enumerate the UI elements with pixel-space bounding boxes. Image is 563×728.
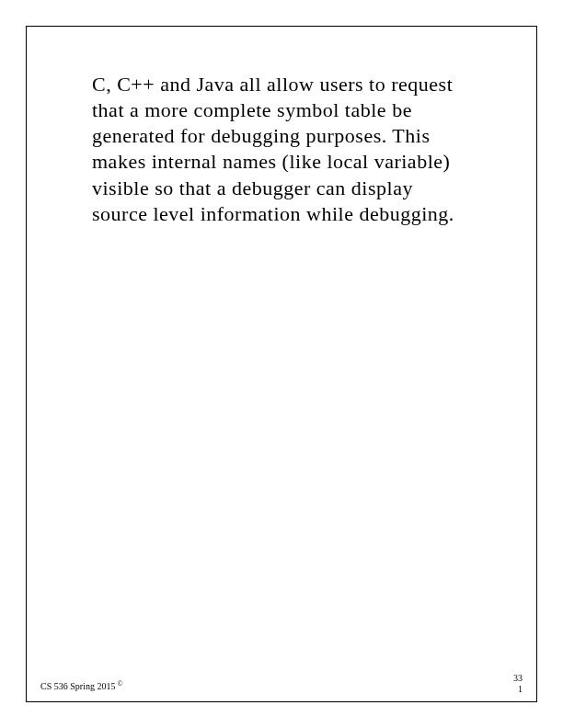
page-number-bottom: 1 bbox=[513, 684, 523, 695]
body-paragraph: C, C++ and Java all allow users to reque… bbox=[92, 72, 471, 227]
page-number-top: 33 bbox=[513, 673, 523, 684]
course-label: CS 536 Spring 2015 bbox=[40, 681, 115, 691]
copyright-symbol: © bbox=[117, 679, 122, 688]
footer-course: CS 536 Spring 2015© bbox=[40, 679, 122, 691]
footer-page-number: 33 1 bbox=[513, 673, 523, 695]
